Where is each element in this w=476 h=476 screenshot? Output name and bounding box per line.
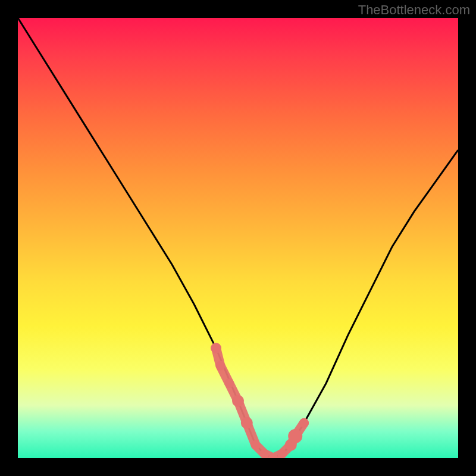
- chart-frame: TheBottleneck.com: [0, 0, 476, 476]
- highlight-marker: [224, 378, 234, 388]
- attribution-text: TheBottleneck.com: [358, 2, 470, 18]
- highlight-marker: [232, 395, 244, 407]
- highlight-marker: [241, 417, 253, 429]
- highlight-marker: [259, 449, 269, 458]
- highlight-marker: [251, 440, 261, 450]
- highlight-marker: [215, 361, 225, 371]
- chart-svg: [18, 18, 458, 458]
- highlight-marker: [211, 343, 221, 353]
- plot-area: [18, 18, 458, 458]
- highlight-marker: [277, 449, 287, 458]
- highlight-marker: [288, 429, 302, 443]
- highlight-marker: [299, 418, 309, 428]
